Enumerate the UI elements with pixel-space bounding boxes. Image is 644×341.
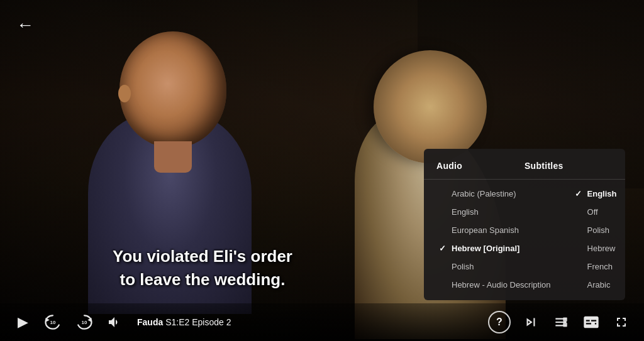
fullscreen-button[interactable]	[611, 315, 631, 330]
audio-list: Arabic (Palestine)EnglishEuropean Spanis…	[424, 185, 560, 294]
episodes-button[interactable]	[551, 314, 571, 330]
audio-title: Audio	[436, 161, 462, 171]
svg-text:10: 10	[82, 320, 87, 325]
subtitle-option[interactable]: Polish	[572, 221, 619, 239]
audio-option[interactable]: Hebrew - Audio Description	[436, 276, 553, 294]
forward-button[interactable]: 10	[73, 311, 96, 333]
subtitles-column-header: Subtitles	[525, 160, 613, 171]
back-button[interactable]: ←	[13, 13, 38, 38]
subtitle-option[interactable]: Hebrew	[572, 239, 619, 257]
svg-rect-5	[563, 323, 567, 327]
svg-rect-4	[563, 317, 567, 322]
show-title: Fauda S1:E2 Episode 2	[137, 317, 231, 327]
audio-option[interactable]: ✓Hebrew [Original]	[436, 239, 553, 257]
subtitle-text: You violated Eli's order to leave the we…	[0, 245, 405, 291]
volume-button[interactable]	[104, 315, 125, 330]
controls-bar: ▶ 10 10 Fauda S1:E2 Episode 2 ?	[0, 303, 644, 341]
svg-text:10: 10	[50, 320, 56, 325]
rewind-button[interactable]: 10	[42, 311, 64, 333]
help-button[interactable]: ?	[488, 311, 511, 333]
next-episode-button[interactable]	[521, 314, 541, 330]
audio-option[interactable]: English	[436, 203, 553, 221]
panel-body: Arabic (Palestine)EnglishEuropean Spanis…	[424, 185, 625, 294]
subtitle-option[interactable]: Arabic	[572, 276, 619, 294]
right-controls: ?	[488, 311, 631, 333]
play-button[interactable]: ▶	[13, 314, 33, 330]
audio-subtitles-panel: Audio Subtitles Arabic (Palestine)Englis…	[424, 149, 625, 300]
subtitles-title: Subtitles	[525, 161, 564, 171]
audio-option[interactable]: European Spanish	[436, 221, 553, 239]
audio-option[interactable]: Polish	[436, 257, 553, 276]
panel-header: Audio Subtitles	[424, 160, 625, 180]
subtitle-option[interactable]: ✓English	[572, 185, 619, 203]
subtitle-option[interactable]: Off	[572, 203, 619, 221]
subtitles-button[interactable]	[581, 313, 601, 331]
subtitle-list: ✓EnglishOffPolishHebrewFrenchArabic	[560, 185, 626, 294]
audio-option[interactable]: Arabic (Palestine)	[436, 185, 553, 203]
audio-column-header: Audio	[436, 160, 525, 171]
subtitle-option[interactable]: French	[572, 257, 619, 276]
